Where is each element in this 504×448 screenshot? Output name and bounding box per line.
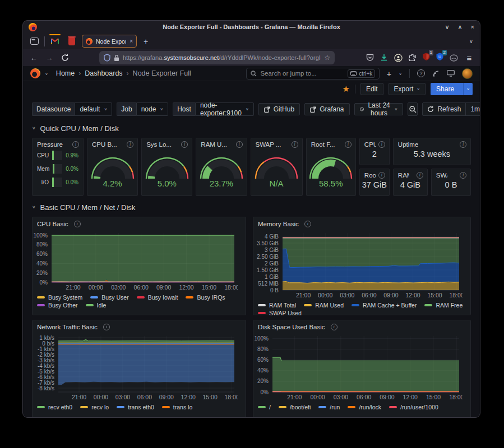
panel-title[interactable]: Disk Space Used Basic <box>258 324 325 330</box>
legend-item[interactable]: trans eth0 <box>117 404 154 410</box>
bookmark-star-icon[interactable]: ☆ <box>324 54 330 62</box>
new-tab-button[interactable]: + <box>140 37 151 46</box>
legend-item[interactable]: /run/user/1000 <box>389 404 438 410</box>
user-avatar[interactable] <box>462 68 473 79</box>
pinned-tab-app[interactable] <box>65 35 78 48</box>
legend-item[interactable]: recv eth0 <box>37 404 72 410</box>
info-icon[interactable]: i <box>345 141 352 148</box>
legend-item[interactable]: SWAP Used <box>258 310 302 316</box>
legend-item[interactable]: /run <box>318 404 340 410</box>
monitor-icon[interactable] <box>447 70 455 77</box>
downloads-icon[interactable] <box>380 54 388 62</box>
zoom-out-button[interactable] <box>408 102 418 116</box>
legend-item[interactable]: / <box>258 404 271 410</box>
url-bar[interactable]: https://grafana.systemsobscure.net/d/rYd… <box>99 51 335 64</box>
legend-item[interactable]: Busy User <box>90 294 128 301</box>
github-link-button[interactable]: GitHub <box>258 103 300 115</box>
panel-title[interactable]: Sys Lo... <box>146 141 172 148</box>
refresh-button[interactable]: Refresh <box>423 103 465 115</box>
info-icon[interactable]: i <box>304 221 311 227</box>
close-button[interactable]: × <box>471 24 474 31</box>
legend-item[interactable]: /boot/efi <box>279 404 311 410</box>
panel-title[interactable]: Root F... <box>311 141 335 148</box>
pocket-icon[interactable] <box>366 54 374 62</box>
panel-title[interactable]: Pressure <box>37 141 63 148</box>
grafana-logo-icon[interactable] <box>30 68 40 78</box>
search-input[interactable]: Search or jump to... ctrl+k <box>246 68 380 80</box>
org-switcher-caret-icon[interactable]: ∨ <box>45 71 48 75</box>
time-range-picker[interactable]: Last 24 hours ∨ <box>354 103 404 115</box>
account-icon[interactable] <box>394 54 403 62</box>
legend-item[interactable]: RAM Free <box>424 302 463 309</box>
edit-button[interactable]: Edit <box>360 83 383 95</box>
info-icon[interactable]: i <box>181 141 188 148</box>
panel-title[interactable]: SWAP ... <box>256 141 281 148</box>
refresh-interval-dropdown[interactable]: 1m ∨ <box>465 103 480 115</box>
legend-item[interactable]: /run/lock <box>348 404 381 410</box>
section-basic-cpu-mem-net-disk[interactable]: ∨ Basic CPU / Mem / Net / Disk <box>32 201 471 213</box>
legend-item[interactable]: Idle <box>86 302 107 309</box>
legend-item[interactable]: recv lo <box>80 404 109 410</box>
panel-title[interactable]: CPU Basic <box>37 221 68 227</box>
lock-icon[interactable] <box>114 54 119 62</box>
disk-space-chart[interactable]: 0%20%40%60%80%100%21:0000:0003:0006:0009… <box>253 332 470 403</box>
share-caret-segment[interactable]: ∨ <box>463 83 473 95</box>
legend-item[interactable]: RAM Cache + Buffer <box>352 302 417 309</box>
info-icon[interactable]: i <box>378 172 385 179</box>
tab-active[interactable]: Node Exporter Full - Dashbo × <box>82 35 137 48</box>
extensions-puzzle-icon[interactable] <box>409 54 417 62</box>
tab-close-icon[interactable]: × <box>130 38 133 44</box>
export-button[interactable]: Export∨ <box>389 83 426 95</box>
job-picker[interactable]: Job node∨ <box>117 102 168 116</box>
grafana-link-button[interactable]: Grafana <box>304 103 349 115</box>
legend-item[interactable]: Busy Other <box>37 302 78 309</box>
panel-title[interactable]: CPU B... <box>92 141 117 148</box>
info-icon[interactable]: i <box>378 141 385 148</box>
info-icon[interactable]: i <box>127 141 133 148</box>
info-icon[interactable]: i <box>331 324 337 330</box>
menu-hamburger-icon[interactable]: ≡ <box>464 53 474 63</box>
breadcrumb-dashboards[interactable]: Dashboards <box>85 69 122 77</box>
panel-title[interactable]: RAM U... <box>201 141 227 148</box>
favorite-star-icon[interactable]: ★ <box>342 84 349 94</box>
pinned-tab-gmail[interactable] <box>48 35 62 48</box>
maximize-button[interactable]: ∧ <box>458 24 463 31</box>
panel-title[interactable]: Network Traffic Basic <box>37 324 98 330</box>
info-icon[interactable]: i <box>72 141 79 148</box>
legend-item[interactable]: Busy IRQs <box>186 294 225 301</box>
breadcrumb-home[interactable]: Home <box>56 69 75 77</box>
info-icon[interactable]: i <box>417 172 423 179</box>
add-new-button[interactable]: + <box>386 69 391 78</box>
legend-item[interactable]: Busy System <box>37 294 82 301</box>
cpu-basic-chart[interactable]: 0%20%40%60%80%100%21:0000:0003:0006:0009… <box>33 228 246 293</box>
panel-title[interactable]: Memory Basic <box>258 221 299 227</box>
info-icon[interactable]: i <box>292 141 298 148</box>
ublock-extension[interactable]: 1 <box>423 53 430 63</box>
share-button[interactable]: Share ∨ <box>431 83 473 95</box>
minimize-button[interactable]: ∨ <box>445 24 449 31</box>
datasource-picker[interactable]: Datasource default∨ <box>32 102 112 116</box>
legend-item[interactable]: RAM Used <box>304 302 344 309</box>
legend-item[interactable]: trans lo <box>162 404 192 410</box>
back-button[interactable]: ← <box>29 54 39 62</box>
forward-button[interactable]: → <box>44 54 54 62</box>
info-icon[interactable]: i <box>460 141 466 148</box>
legend-item[interactable]: Busy Iowait <box>137 294 178 301</box>
firefox-view-button[interactable] <box>27 36 41 47</box>
reload-button[interactable] <box>60 54 70 62</box>
help-icon[interactable]: ? <box>417 69 425 77</box>
legend-item[interactable]: RAM Total <box>258 302 296 309</box>
containers-icon[interactable] <box>450 54 458 62</box>
info-icon[interactable]: i <box>460 172 466 179</box>
info-icon[interactable]: i <box>74 221 81 227</box>
info-icon[interactable]: i <box>103 324 110 330</box>
section-quick-cpu-mem-disk[interactable]: ∨ Quick CPU / Mem / Disk <box>32 122 471 134</box>
network-traffic-chart[interactable]: 1 kb/s0 b/s-1 kb/s-2 kb/s-3 kb/s-4 kb/s-… <box>33 332 246 403</box>
news-rss-icon[interactable] <box>432 70 440 77</box>
tracking-shield-icon[interactable] <box>104 54 110 62</box>
host-picker[interactable]: Host node-exporter:9100∨ <box>173 102 254 116</box>
memory-basic-chart[interactable]: 0 B512 MiB1 GiB1.50 GiB2 GiB2.50 GiB3 Gi… <box>253 228 470 301</box>
add-new-caret-icon[interactable]: ∨ <box>399 71 402 75</box>
info-icon[interactable]: i <box>236 141 243 148</box>
list-tabs-button[interactable]: ∨ <box>469 38 475 44</box>
